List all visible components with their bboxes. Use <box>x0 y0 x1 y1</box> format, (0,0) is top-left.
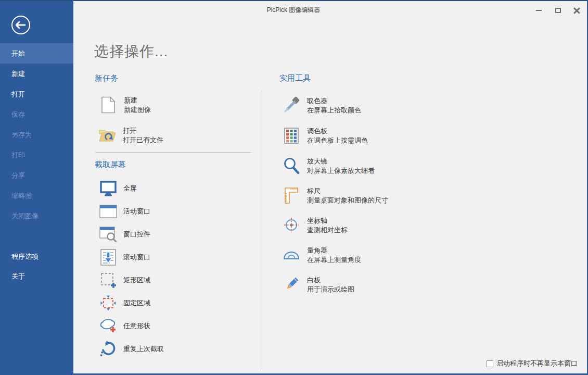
action-magnifier[interactable]: 放大镜 对屏幕上像素放大细看 <box>283 157 375 176</box>
action-label: 矩形区域 <box>123 276 150 285</box>
section-header-tools: 实用工具 <box>279 73 311 83</box>
close-button[interactable] <box>569 4 584 17</box>
action-rectangle-region[interactable]: 矩形区域 <box>99 271 150 289</box>
action-title: 坐标轴 <box>307 216 348 226</box>
section-header-new-tasks: 新任务 <box>95 73 118 83</box>
action-fullscreen[interactable]: 全屏 <box>99 180 137 197</box>
open-folder-icon <box>98 126 116 144</box>
divider-horizontal <box>95 152 251 153</box>
action-fixed-region[interactable]: 固定区域 <box>99 294 150 312</box>
color-palette-icon <box>283 127 300 144</box>
action-repeat-last-capture[interactable]: 重复上次截取 <box>99 340 164 358</box>
sidebar-item-options[interactable]: 程序选项 <box>0 246 73 267</box>
scrolling-window-icon <box>99 248 117 266</box>
action-label: 窗口控件 <box>123 230 150 239</box>
action-color-palette[interactable]: 调色板 在调色板上按需调色 <box>283 127 368 145</box>
sidebar-item-start[interactable]: 开始 <box>0 43 73 64</box>
action-subtitle: 在屏幕上拾取颜色 <box>307 106 361 115</box>
action-title: 取色器 <box>307 96 361 106</box>
action-label: 任意形状 <box>123 321 150 331</box>
action-window-control[interactable]: 窗口控件 <box>99 226 150 243</box>
close-icon <box>573 7 580 14</box>
action-label: 固定区域 <box>123 298 150 308</box>
action-title: 调色板 <box>307 127 368 136</box>
window-control-icon <box>99 226 117 243</box>
sidebar-item-close-image: 关闭图像 <box>0 206 73 226</box>
minimize-button[interactable] <box>531 4 546 17</box>
sidebar-item-save: 保存 <box>0 104 73 124</box>
sidebar-item-thumbnail: 缩略图 <box>0 185 73 206</box>
action-open[interactable]: 打开 打开已有文件 <box>98 126 163 145</box>
action-subtitle: 用于演示或绘图 <box>307 285 354 294</box>
section-header-screen-capture: 截取屏幕 <box>95 160 126 170</box>
fixed-region-icon <box>99 294 117 312</box>
minimize-icon <box>536 10 542 11</box>
sidebar-item-print: 打印 <box>0 145 73 165</box>
sidebar-item-about[interactable]: 关于 <box>0 266 73 286</box>
checkbox-label: 启动程序时不再显示本窗口 <box>496 359 578 368</box>
action-title: 量角器 <box>307 246 361 255</box>
action-color-picker[interactable]: 取色器 在屏幕上拾取颜色 <box>283 96 361 115</box>
action-subtitle: 查测相对坐标 <box>307 226 348 235</box>
maximize-icon <box>555 8 561 13</box>
action-title: 打开 <box>123 126 163 135</box>
action-scrolling-window[interactable]: 滚动窗口 <box>99 248 150 266</box>
new-document-icon <box>99 96 117 114</box>
action-label: 重复上次截取 <box>123 344 164 354</box>
action-label: 滚动窗口 <box>123 253 150 262</box>
back-button[interactable] <box>11 16 30 34</box>
divider-vertical <box>262 91 262 370</box>
maximize-button[interactable] <box>550 4 566 17</box>
fullscreen-monitor-icon <box>99 180 117 197</box>
sidebar-item-share: 分享 <box>0 165 73 185</box>
action-subtitle: 测量桌面对象和图像的尺寸 <box>307 196 388 205</box>
ruler-icon <box>283 186 300 204</box>
back-arrow-icon <box>16 21 26 29</box>
action-title: 标尺 <box>307 186 388 196</box>
magnifier-icon <box>283 157 300 174</box>
sidebar-item-save-as: 另存为 <box>0 124 73 145</box>
action-subtitle: 新建图像 <box>124 105 151 115</box>
action-crosshair[interactable]: 坐标轴 查测相对坐标 <box>283 216 348 235</box>
action-subtitle: 在调色板上按需调色 <box>307 136 368 145</box>
action-title: 白板 <box>307 276 354 285</box>
sidebar-item-open[interactable]: 打开 <box>0 84 73 104</box>
action-title: 新建 <box>124 96 151 105</box>
action-label: 全屏 <box>123 184 137 193</box>
action-title: 放大镜 <box>307 157 375 166</box>
protractor-icon <box>283 246 300 264</box>
action-subtitle: 对屏幕上像素放大细看 <box>307 166 375 176</box>
action-subtitle: 打开已有文件 <box>123 135 163 145</box>
picpick-window: PicPick 图像编辑器 开始 新建 打开 保存 另存为 打印 分享 缩略图 … <box>0 0 588 375</box>
window-title: PicPick 图像编辑器 <box>0 6 587 15</box>
action-whiteboard[interactable]: 白板 用于演示或绘图 <box>283 276 354 294</box>
action-protractor[interactable]: 量角器 在屏幕上测量角度 <box>283 246 361 265</box>
action-ruler[interactable]: 标尺 测量桌面对象和图像的尺寸 <box>283 186 388 205</box>
action-active-window[interactable]: 活动窗口 <box>99 203 150 220</box>
startup-checkbox[interactable]: 启动程序时不再显示本窗口 <box>487 359 578 368</box>
action-freehand-region[interactable]: 任意形状 <box>99 317 150 335</box>
crosshair-icon <box>283 216 300 234</box>
sidebar: 开始 新建 打开 保存 另存为 打印 分享 缩略图 关闭图像 程序选项 关于 <box>0 1 73 373</box>
action-subtitle: 在屏幕上测量角度 <box>307 255 361 265</box>
sidebar-item-new[interactable]: 新建 <box>0 64 73 84</box>
action-label: 活动窗口 <box>123 207 150 216</box>
checkbox-box-icon[interactable] <box>487 360 493 367</box>
whiteboard-pen-icon <box>283 276 300 293</box>
page-title: 选择操作... <box>94 42 168 61</box>
freehand-region-icon <box>99 317 117 335</box>
action-new[interactable]: 新建 新建图像 <box>99 96 151 115</box>
rectangle-region-icon <box>99 271 117 289</box>
color-picker-icon <box>283 96 300 114</box>
active-window-icon <box>99 203 117 220</box>
repeat-capture-icon <box>99 340 117 358</box>
